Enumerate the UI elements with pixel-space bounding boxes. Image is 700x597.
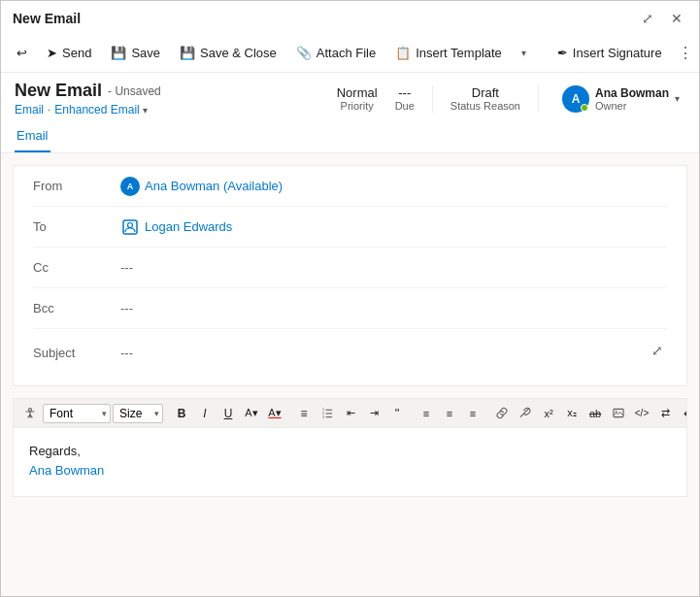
- window-title: New Email: [13, 11, 81, 26]
- insert-template-button[interactable]: 📋 Insert Template: [387, 41, 510, 65]
- italic-button[interactable]: I: [194, 404, 216, 423]
- tab-email-label: Email: [17, 128, 49, 143]
- font-color-button[interactable]: A▾: [264, 404, 285, 422]
- remove-link-button[interactable]: [515, 404, 536, 422]
- increase-indent-button[interactable]: ⇥: [363, 404, 384, 422]
- status-reason-meta: Draft Status Reason: [450, 85, 520, 112]
- from-link[interactable]: A Ana Bowman (Available): [120, 177, 667, 196]
- toolbar-more-button[interactable]: ⋮: [674, 39, 697, 67]
- rtl-ltr-button[interactable]: ⇄: [654, 404, 676, 422]
- owner-area[interactable]: A Ana Bowman Owner ▾: [556, 83, 685, 116]
- back-button[interactable]: ↩: [9, 41, 35, 65]
- insert-link-button[interactable]: [491, 404, 513, 422]
- subject-row: Subject --- ⤢: [33, 329, 667, 376]
- insert-template-label: Insert Template: [416, 46, 502, 60]
- rte-accessibility-icon[interactable]: [19, 404, 41, 423]
- meta-divider-2: [538, 85, 539, 113]
- highlight-button[interactable]: A▾: [241, 404, 262, 422]
- to-link[interactable]: Logan Edwards: [120, 217, 667, 237]
- save-close-label: Save & Close: [200, 46, 277, 60]
- subject-label: Subject: [33, 346, 120, 360]
- numbered-list-button[interactable]: 123: [317, 404, 338, 422]
- save-button[interactable]: 💾 Save: [103, 41, 168, 65]
- status-reason-label: Status Reason: [450, 100, 520, 112]
- svg-text:3: 3: [322, 415, 324, 419]
- bcc-value[interactable]: ---: [120, 301, 667, 315]
- email-window: New Email ⤢ ✕ ↩ ➤ Send 💾 Save 💾 Save & C…: [0, 0, 700, 597]
- cc-label: Cc: [33, 260, 120, 275]
- owner-chevron-icon: ▾: [675, 93, 680, 104]
- superscript-button[interactable]: x²: [538, 405, 559, 422]
- save-close-icon: 💾: [180, 46, 195, 60]
- bullet-list-button[interactable]: ≡: [293, 404, 315, 423]
- record-status: - Unsaved: [108, 84, 161, 98]
- from-row: From A Ana Bowman (Available): [33, 166, 667, 207]
- cc-dash: ---: [120, 260, 133, 275]
- svg-rect-10: [614, 409, 623, 416]
- dropdown-arrow-icon: ▾: [521, 48, 526, 58]
- breadcrumb-left: New Email - Unsaved Email · Enhanced Ema…: [15, 81, 161, 116]
- rte-content[interactable]: Regards, Ana Bowman: [14, 428, 686, 496]
- align-right-button[interactable]: ≡: [462, 405, 483, 422]
- status-reason-value: Draft: [472, 85, 499, 100]
- send-icon: ➤: [47, 46, 57, 60]
- expand-button[interactable]: ⤢: [648, 339, 667, 362]
- cc-value[interactable]: ---: [120, 260, 667, 275]
- bcc-dash: ---: [120, 301, 133, 315]
- to-row: To Logan Edwards: [33, 207, 667, 248]
- to-value: Logan Edwards: [120, 217, 667, 237]
- due-label: Due: [395, 100, 415, 112]
- insert-template-icon: 📋: [395, 46, 411, 60]
- contact-icon: [120, 217, 140, 237]
- title-bar: New Email ⤢ ✕: [1, 1, 699, 34]
- align-center-button[interactable]: ≡: [439, 405, 460, 422]
- bold-button[interactable]: B: [171, 404, 192, 423]
- from-avatar: A: [120, 177, 140, 196]
- attach-file-button[interactable]: 📎 Attach File: [288, 41, 383, 65]
- insert-signature-button[interactable]: ✒ Insert Signature: [550, 41, 670, 65]
- underline-button[interactable]: U: [217, 404, 239, 423]
- size-selector[interactable]: Size: [113, 404, 163, 423]
- undo-button[interactable]: ↩: [678, 404, 686, 423]
- breadcrumb-enhanced-email[interactable]: Enhanced Email ▾: [54, 103, 147, 116]
- font-selector[interactable]: Font: [43, 404, 111, 423]
- signature-name: Ana Bowman: [29, 463, 104, 478]
- tab-bar: Email: [1, 120, 699, 153]
- record-title: New Email - Unsaved: [15, 81, 161, 101]
- save-icon: 💾: [111, 46, 126, 60]
- enhanced-email-label: Enhanced Email: [54, 103, 139, 116]
- size-wrapper: Size: [113, 404, 163, 423]
- send-label: Send: [62, 46, 91, 60]
- signature-icon: ✒: [557, 46, 568, 60]
- breadcrumb-bar: New Email - Unsaved Email · Enhanced Ema…: [1, 73, 699, 120]
- breadcrumb-email[interactable]: Email: [15, 103, 44, 116]
- svg-point-2: [29, 408, 32, 411]
- record-name: New Email: [15, 81, 102, 101]
- cc-row: Cc ---: [33, 248, 667, 288]
- send-button[interactable]: ➤ Send: [39, 41, 99, 65]
- owner-role: Owner: [595, 100, 669, 112]
- meta-divider: [432, 85, 433, 113]
- rte-toolbar: Font Size B I U A▾ A▾ ≡ 123: [14, 399, 686, 428]
- content-line2: Ana Bowman: [29, 461, 671, 481]
- source-button[interactable]: </>: [631, 405, 652, 421]
- priority-value: Normal: [337, 85, 378, 100]
- maximize-button[interactable]: ⤢: [637, 9, 658, 28]
- owner-name: Ana Bowman: [595, 86, 669, 100]
- decrease-indent-button[interactable]: ⇤: [340, 404, 361, 422]
- strikethrough-button[interactable]: ab: [584, 405, 606, 422]
- align-left-button[interactable]: ≡: [416, 405, 437, 422]
- due-value: ---: [398, 85, 411, 100]
- subject-value[interactable]: ---: [120, 346, 648, 360]
- content-line1: Regards,: [29, 442, 671, 461]
- insert-image-button[interactable]: [608, 404, 629, 422]
- insert-template-dropdown[interactable]: ▾: [514, 43, 534, 63]
- bcc-row: Bcc ---: [33, 288, 667, 329]
- close-button[interactable]: ✕: [666, 9, 687, 28]
- save-close-button[interactable]: 💾 Save & Close: [172, 41, 284, 65]
- to-name: Logan Edwards: [145, 219, 232, 234]
- subject-dash: ---: [120, 346, 133, 360]
- tab-email[interactable]: Email: [15, 120, 50, 152]
- blockquote-button[interactable]: ": [386, 403, 408, 423]
- subscript-button[interactable]: x₂: [561, 404, 583, 422]
